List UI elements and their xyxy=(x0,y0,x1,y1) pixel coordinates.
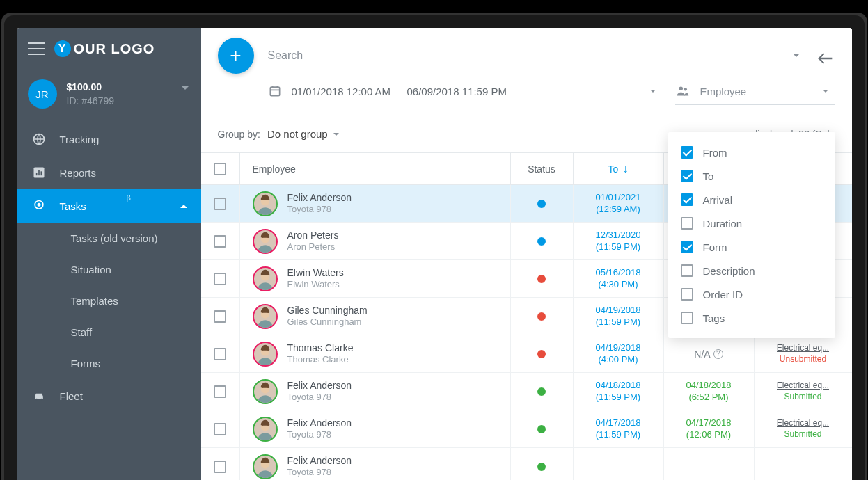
checkbox[interactable] xyxy=(681,170,693,182)
nav-reports[interactable]: Reports xyxy=(17,156,201,189)
checkbox[interactable] xyxy=(681,146,693,159)
table-row[interactable]: Felix AndersonToyota 97804/18/2018(11:59… xyxy=(201,373,852,410)
chevron-down-icon xyxy=(650,90,656,93)
status-dot xyxy=(537,312,546,321)
table-row[interactable]: Felix AndersonToyota 97804/17/2018(11:59… xyxy=(201,410,852,448)
employee-name: Felix Anderson xyxy=(287,417,352,429)
col-option-from[interactable]: From xyxy=(668,141,835,164)
user-avatar: JR xyxy=(28,79,57,109)
col-status[interactable]: Status xyxy=(511,153,574,184)
form-status: Submitted xyxy=(784,392,821,403)
date-range-filter[interactable]: 01/01/2018 12:00 AM — 06/09/2018 11:59 P… xyxy=(268,84,663,104)
checkbox[interactable] xyxy=(681,264,693,277)
arrival-value: 04/18/2018(6:52 PM) xyxy=(686,380,731,403)
row-checkbox[interactable] xyxy=(214,385,226,398)
row-checkbox[interactable] xyxy=(214,198,226,210)
col-option-arrival[interactable]: Arrival xyxy=(668,188,835,211)
employee-avatar xyxy=(253,417,278,442)
employee-sub: Thomas Clarke xyxy=(287,354,354,366)
col-option-form[interactable]: Form xyxy=(668,235,835,259)
table-row[interactable]: Thomas ClarkeThomas Clarke04/19/2018(4:0… xyxy=(201,335,852,373)
status-dot xyxy=(537,275,546,283)
nav-label: Templates xyxy=(71,295,118,307)
col-option-duration[interactable]: Duration xyxy=(668,211,835,235)
nav-label: Reports xyxy=(60,167,97,179)
checkbox[interactable] xyxy=(681,193,693,206)
form-name[interactable]: Electrical eq... xyxy=(777,418,829,429)
col-option-description[interactable]: Description xyxy=(668,259,835,282)
nav-label: Tasks (old version) xyxy=(71,232,158,244)
hamburger-menu[interactable] xyxy=(28,42,45,55)
checkbox[interactable] xyxy=(681,288,693,301)
arrival-na: N/A? xyxy=(694,349,723,360)
group-by-label: Group by: xyxy=(218,129,260,140)
to-value: 05/16/2018(4:30 PM) xyxy=(595,267,640,291)
employee-avatar xyxy=(253,266,278,291)
user-balance: $100.00 xyxy=(67,81,115,93)
row-checkbox[interactable] xyxy=(214,461,226,473)
nav-tasks-old[interactable]: Tasks (old version) xyxy=(17,223,201,254)
svg-rect-3 xyxy=(38,170,40,176)
nav-label: Forms xyxy=(71,358,101,369)
employee-filter[interactable]: Employee xyxy=(675,83,835,105)
user-id: ID: #46799 xyxy=(67,95,115,106)
employee-sub: Aron Peters xyxy=(287,241,339,253)
globe-icon xyxy=(32,132,46,146)
select-all-checkbox[interactable] xyxy=(214,163,226,175)
employee-avatar xyxy=(253,379,278,404)
to-value: 04/17/2018(11:59 PM) xyxy=(595,417,640,441)
employee-sub: Toyota 978 xyxy=(287,204,352,216)
nav-templates[interactable]: Templates xyxy=(17,285,201,317)
nav-label: Staff xyxy=(71,326,93,338)
nav-fleet[interactable]: Fleet xyxy=(17,379,201,413)
back-arrow-icon[interactable] xyxy=(816,49,835,63)
col-employee[interactable]: Employee xyxy=(240,153,511,184)
svg-point-11 xyxy=(684,88,687,91)
employee-avatar xyxy=(253,229,278,254)
pin-icon xyxy=(32,199,46,213)
nav-label: Tasks xyxy=(60,200,86,212)
add-button[interactable]: + xyxy=(218,38,254,74)
checkbox[interactable] xyxy=(681,217,693,230)
checkbox[interactable] xyxy=(681,241,693,253)
people-icon xyxy=(675,83,691,99)
col-to[interactable]: To↓ xyxy=(574,153,664,184)
nav-forms[interactable]: Forms xyxy=(17,348,201,379)
form-cell: Electrical eq...Unsubmitted xyxy=(777,343,829,365)
nav-tasks[interactable]: Tasks β xyxy=(17,189,201,223)
form-name[interactable]: Electrical eq... xyxy=(777,343,829,354)
to-value: 04/19/2018(11:59 PM) xyxy=(595,305,640,328)
row-checkbox[interactable] xyxy=(214,310,226,323)
search-caret-icon[interactable] xyxy=(794,54,799,57)
nav-staff[interactable]: Staff xyxy=(17,317,201,348)
to-value: 04/18/2018(11:59 PM) xyxy=(595,380,640,403)
car-icon xyxy=(32,389,46,403)
form-name[interactable]: Electrical eq... xyxy=(777,381,829,392)
chevron-up-icon xyxy=(180,205,187,208)
row-checkbox[interactable] xyxy=(214,235,226,248)
col-option-tags[interactable]: Tags xyxy=(668,306,835,330)
logo-text: OUR LOGO xyxy=(74,41,155,57)
form-status: Submitted xyxy=(784,429,821,440)
employee-name: Aron Peters xyxy=(287,229,339,241)
to-value: 01/01/2021(12:59 AM) xyxy=(595,192,640,216)
nav-tracking[interactable]: Tracking xyxy=(17,122,201,156)
row-checkbox[interactable] xyxy=(214,423,226,435)
checkbox[interactable] xyxy=(681,312,693,324)
row-checkbox[interactable] xyxy=(214,273,226,285)
main-content: + 01/01/2018 12:00 AM — 06/09/2018 11:59… xyxy=(201,28,852,480)
row-checkbox[interactable] xyxy=(214,348,226,360)
chart-icon xyxy=(32,166,46,179)
calendar-icon xyxy=(268,84,282,98)
nav-situation[interactable]: Situation xyxy=(17,254,201,285)
col-option-order-id[interactable]: Order ID xyxy=(668,282,835,306)
col-option-to[interactable]: To xyxy=(668,164,835,188)
status-dot xyxy=(537,350,546,358)
status-dot xyxy=(537,200,546,208)
user-block[interactable]: JR $100.00 ID: #46799 xyxy=(17,70,201,122)
table-row[interactable]: Felix AndersonToyota 978 xyxy=(201,448,852,480)
search-input[interactable] xyxy=(268,49,794,62)
form-cell: Electrical eq...Submitted xyxy=(777,381,829,402)
employee-avatar xyxy=(253,191,278,216)
group-by-select[interactable]: Do not group xyxy=(267,128,346,140)
